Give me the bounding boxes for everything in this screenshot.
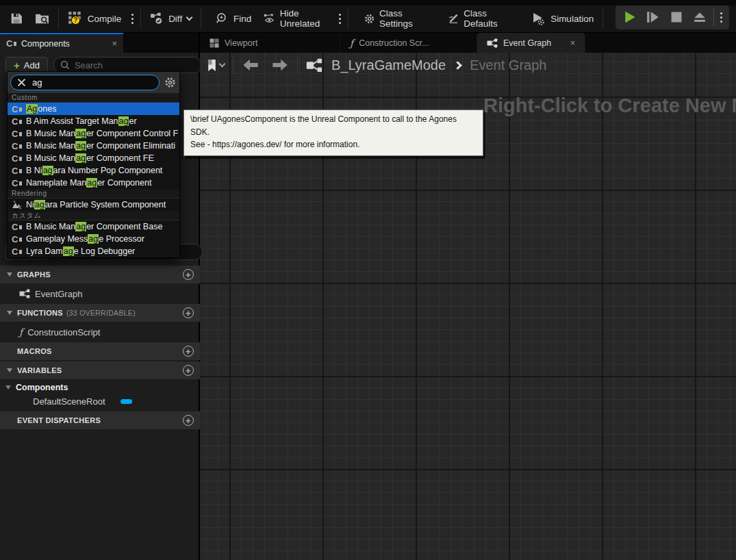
dropdown-item[interactable]: B Niagara Number Pop Component	[8, 164, 179, 177]
dropdown-search-field[interactable]	[10, 75, 160, 90]
dropdown-search-row	[8, 72, 179, 93]
browse-button[interactable]	[29, 8, 55, 29]
nav-forward-arrow-icon[interactable]	[271, 58, 289, 72]
breadcrumb-chevron-icon	[453, 61, 462, 70]
niagara-icon: C	[12, 201, 22, 209]
simulation-button[interactable]: Simulation	[525, 8, 600, 29]
chevron-down-icon	[219, 60, 226, 67]
close-icon[interactable]: ×	[112, 38, 117, 49]
hide-unrelated-eye-icon	[264, 12, 275, 25]
event-dispatchers-label: EVENT DISPATCHERS	[17, 416, 101, 424]
add-function-button[interactable]	[183, 307, 194, 318]
variables-group-components[interactable]: Components	[0, 381, 200, 394]
item-label: Niagara Particle System Component	[26, 200, 166, 209]
dropdown-category: カスタム	[8, 211, 179, 220]
dropdown-item[interactable]: Nameplate Manager Component	[8, 177, 179, 189]
compile-status-badge: ?	[71, 16, 80, 25]
find-button[interactable]: Find	[210, 8, 257, 29]
collapse-triangle-icon	[7, 272, 12, 277]
chevron-down-icon	[186, 14, 193, 21]
function-item-constructionscript[interactable]: ƒ ConstructionScript	[0, 323, 200, 341]
add-variable-button[interactable]	[183, 365, 194, 376]
event-graph-icon	[306, 58, 322, 73]
play-button[interactable]	[618, 7, 642, 27]
frame-skip-button[interactable]	[642, 7, 665, 27]
compile-button[interactable]: ? Compile	[62, 8, 128, 29]
dropdown-item[interactable]: B Music Manager Component Base	[8, 220, 179, 233]
variables-group-label: Components	[16, 383, 68, 392]
item-label: B Music Manager Component Base	[26, 222, 162, 231]
dropdown-search-input[interactable]	[32, 77, 153, 88]
clear-icon[interactable]	[17, 78, 26, 87]
variable-item-defaultsceneroot[interactable]: DefaultSceneRoot	[0, 394, 200, 408]
simulation-label: Simulation	[550, 14, 594, 24]
bookmarks-button[interactable]	[207, 59, 225, 72]
section-graphs[interactable]: GRAPHS	[0, 266, 200, 283]
tab-components[interactable]: Components ×	[0, 33, 123, 53]
section-event-dispatchers[interactable]: EVENT DISPATCHERS	[0, 411, 200, 429]
pencil-icon	[448, 12, 459, 25]
section-functions[interactable]: FUNCTIONS (33 OVERRIDABLE)	[0, 304, 200, 322]
dropdown-item[interactable]: C Niagara Particle System Component	[8, 199, 179, 211]
function-icon: ƒ	[19, 327, 23, 337]
dropdown-item[interactable]: Lyra Damage Log Debugger	[8, 245, 179, 257]
component-icon	[12, 247, 22, 256]
construction-tab-label: Construction Scr...	[359, 38, 429, 48]
component-icon	[12, 166, 22, 175]
add-button-label: Add	[24, 60, 40, 71]
play-icon	[623, 10, 637, 24]
compile-options-menu[interactable]	[127, 8, 138, 29]
dropdown-item[interactable]: B Aim Assist Target Manager	[8, 115, 179, 127]
breadcrumb-root[interactable]: B_LyraGameMode	[331, 58, 446, 73]
item-label: Gameplay Message Processor	[26, 234, 144, 244]
main-toolbar: ? Compile Diff Find Hide Unrelated Class…	[0, 0, 736, 33]
toolbar-separator	[58, 8, 59, 29]
dropdown-gear-icon[interactable]	[164, 77, 176, 88]
add-event-dispatcher-button[interactable]	[183, 415, 194, 426]
frame-skip-icon	[646, 11, 660, 23]
play-options-menu[interactable]	[716, 6, 726, 28]
find-label: Find	[233, 14, 251, 24]
breadcrumb-current: Event Graph	[470, 58, 546, 73]
section-macros[interactable]: MACROS	[0, 342, 200, 360]
graph-item-eventgraph[interactable]: EventGraph	[0, 285, 200, 303]
tab-viewport[interactable]: Viewport	[200, 33, 340, 53]
dropdown-item[interactable]: B Music Manager Component Control F	[8, 127, 179, 140]
dropdown-item-agones[interactable]: Agones	[8, 103, 179, 115]
hide-unrelated-button[interactable]: Hide Unrelated	[257, 8, 335, 29]
component-icon	[12, 222, 22, 231]
variable-type-pill[interactable]	[120, 399, 132, 404]
left-tab-strip: Components ×	[0, 33, 199, 53]
blueprint-component-icon	[6, 39, 16, 48]
stop-button[interactable]	[665, 7, 688, 27]
eject-button[interactable]	[688, 7, 711, 27]
hide-unrelated-options-menu[interactable]	[335, 8, 345, 29]
viewport-icon	[210, 38, 219, 48]
component-icon	[12, 105, 22, 114]
dropdown-category: Rendering	[8, 189, 179, 199]
component-icon	[12, 129, 22, 138]
nav-back-arrow-icon[interactable]	[242, 58, 259, 72]
add-graph-button[interactable]	[183, 269, 194, 280]
graphs-label: GRAPHS	[17, 270, 51, 279]
dropdown-item[interactable]: B Music Manager Component FE	[8, 152, 179, 164]
dropdown-category: Custom	[8, 93, 179, 103]
dropdown-item[interactable]: Gameplay Message Processor	[8, 233, 179, 245]
save-button[interactable]	[4, 8, 29, 29]
tab-construction-script[interactable]: ƒ Construction Scr...	[340, 33, 477, 53]
item-label: Nameplate Manager Component	[26, 178, 151, 188]
add-macro-button[interactable]	[183, 346, 194, 357]
class-settings-button[interactable]: Class Settings	[358, 8, 432, 29]
components-panel: Components × + Add + ADD	[0, 33, 200, 560]
diff-icon	[150, 12, 164, 25]
event-graph-tab-label: Event Graph	[503, 38, 551, 48]
section-variables[interactable]: VARIABLES	[0, 361, 200, 379]
tab-event-graph[interactable]: Event Graph ×	[477, 33, 585, 53]
item-label: B Niagara Number Pop Component	[26, 166, 162, 175]
event-graph-icon	[487, 38, 498, 48]
components-search-input[interactable]	[75, 60, 195, 71]
diff-button[interactable]: Diff	[144, 8, 198, 29]
dropdown-item[interactable]: B Music Manager Component Eliminati	[8, 140, 179, 152]
class-defaults-button[interactable]: Class Defaults	[442, 8, 517, 29]
close-icon[interactable]: ×	[570, 38, 575, 48]
